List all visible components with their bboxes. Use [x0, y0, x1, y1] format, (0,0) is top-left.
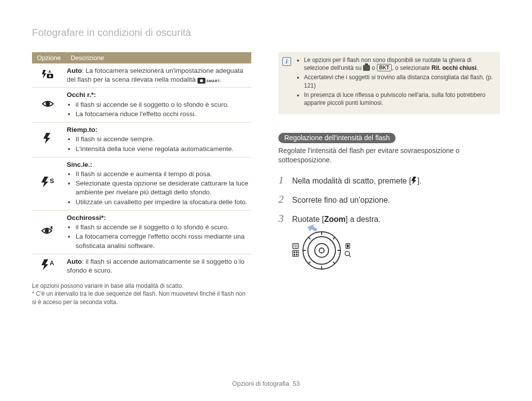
section-heading: Regolazione dell'intensità del flash [278, 133, 396, 143]
option-bullet: il flash si accende se il soggetto o lo … [75, 223, 248, 232]
red-eye-fix-icon [41, 226, 54, 238]
option-title: Auto [66, 67, 82, 74]
zoom-dial-diagram [292, 230, 500, 271]
flash-options-table: Opzione Descrizione A [32, 52, 251, 278]
svg-rect-15 [296, 254, 298, 255]
flash-auto-icon: A [41, 259, 54, 273]
section-intro: Regolate l'intensità del flash per evita… [278, 146, 500, 165]
option-title: Auto [66, 258, 82, 265]
svg-text:A: A [50, 260, 54, 267]
option-bullet: La fotocamera corregge l'effetto occhi r… [75, 232, 248, 250]
wide-side-icons [292, 243, 299, 258]
bkt-badge: BKT [377, 64, 392, 71]
svg-point-18 [315, 244, 329, 257]
table-row: Occhi r.*: il flash si accende se il sog… [32, 88, 251, 123]
svg-point-19 [319, 248, 324, 253]
table-row: Riemp.to: Il flash si accende sempre. L'… [32, 123, 251, 157]
option-bullet: Il flash si accende e aumenta il tempo d… [75, 170, 248, 179]
option-title: Riemp.to: [66, 126, 97, 133]
page-title: Fotografare in condizioni di oscurità [32, 27, 500, 38]
option-bullet: Selezionate questa opzione se desiderate… [75, 179, 248, 197]
svg-point-3 [46, 102, 50, 106]
svg-text:S: S [50, 177, 54, 185]
option-bullet: Utilizzate un cavalletto per impedire la… [75, 198, 248, 207]
tele-side-icons [344, 243, 351, 258]
svg-rect-12 [294, 251, 295, 253]
col-header-description: Descrizione [66, 52, 251, 63]
flash-slow-sync-icon: S [41, 177, 54, 190]
svg-line-24 [308, 237, 310, 239]
table-row: S Sinc.le.: Il flash si accende e aument… [32, 157, 251, 210]
page-footer: Opzioni di fotografia 53 [0, 380, 532, 387]
table-row: A Auto: il flash si accende automaticame… [32, 254, 251, 278]
options-table-container: Opzione Descrizione A [32, 52, 251, 306]
footnote-line: Le opzioni possono variare in base alla … [32, 282, 251, 290]
footnotes: Le opzioni possono variare in base alla … [32, 282, 251, 306]
svg-rect-14 [294, 254, 295, 255]
info-note-box: i Le opzioni per il flash non sono dispo… [278, 52, 500, 114]
step-item: Nella modalità di scatto, premete [ ]. [278, 173, 500, 188]
svg-point-2 [49, 75, 51, 77]
dial-icon [301, 230, 342, 271]
note-bullet: Accertatevi che i soggetti si trovino al… [304, 73, 494, 89]
info-icon: i [282, 57, 291, 66]
svg-line-25 [333, 237, 335, 239]
svg-point-17 [308, 237, 335, 264]
svg-rect-29 [347, 245, 349, 247]
option-title: Occhi r.*: [66, 91, 96, 98]
option-desc: : il flash si accende automaticamente se… [66, 258, 244, 274]
option-bullet: L'intensità della luce viene regolata au… [75, 145, 248, 154]
svg-line-31 [349, 255, 351, 257]
step-item: Scorrete fino ad un'opzione. [278, 192, 500, 207]
col-header-option: Opzione [32, 52, 66, 63]
svg-rect-11 [293, 250, 299, 256]
svg-line-27 [333, 262, 335, 264]
svg-point-5 [45, 228, 49, 232]
flash-fill-icon [43, 133, 52, 147]
smart-mode-icon: SMART [198, 78, 220, 84]
red-eye-icon [42, 99, 54, 111]
option-title: Sinc.le.: [66, 161, 92, 168]
option-bullet: il flash si accende se il soggetto o lo … [75, 100, 248, 109]
steps-list: Nella modalità di scatto, premete [ ]. S… [278, 173, 500, 226]
option-bullet: La fotocamera riduce l'effetto occhi ros… [75, 110, 248, 119]
svg-rect-13 [296, 251, 298, 253]
footnote-line: * C'è un intervallo tra le due sequenze … [32, 290, 251, 306]
option-title: Occhirossi*: [66, 214, 106, 221]
note-bullet: Le opzioni per il flash non sono disponi… [304, 56, 494, 72]
continuous-mode-icon [363, 65, 370, 71]
flash-button-icon [411, 177, 417, 187]
option-bullet: Il flash si accende sempre. [75, 135, 248, 144]
table-row: A Auto: La fotocamera selezionerà un'imp… [32, 63, 251, 88]
note-bullet: In presenza di luce riflessa o pulviscol… [304, 91, 494, 107]
table-row: Occhirossi*: il flash si accende se il s… [32, 210, 251, 254]
flash-auto-smart-icon: A [42, 69, 54, 82]
svg-line-26 [308, 262, 310, 264]
svg-text:A: A [48, 69, 51, 74]
